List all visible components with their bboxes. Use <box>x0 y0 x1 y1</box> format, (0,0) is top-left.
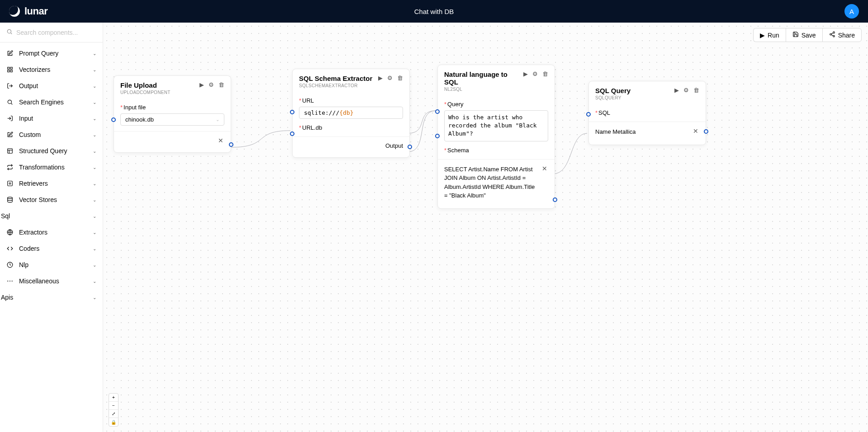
chevron-down-icon: ⌄ <box>93 132 96 137</box>
url-input[interactable]: sqlite:///{db} <box>299 107 403 119</box>
sidebar-item-custom[interactable]: Custom ⌄ <box>0 127 103 143</box>
chevron-down-icon: ⌄ <box>93 263 96 268</box>
node-sql-query[interactable]: SQL Query SQLQUERY ▶ ⚙ 🗑 *SQL Name Metal… <box>588 81 706 145</box>
trash-icon[interactable]: 🗑 <box>693 87 699 94</box>
svg-line-8 <box>11 103 13 105</box>
svg-rect-13 <box>8 181 13 186</box>
edit-icon <box>6 131 14 138</box>
globe-icon <box>6 229 14 235</box>
node-file-upload[interactable]: File Upload UPLOADCOMPONENT ▶ ⚙ 🗑 *Input… <box>114 75 231 153</box>
app-header: lunar Chat with DB A <box>0 0 868 23</box>
search-input[interactable] <box>16 29 96 36</box>
sidebar-item-sql[interactable]: Sql ⌄ <box>0 208 103 224</box>
svg-line-1 <box>11 33 12 34</box>
svg-point-0 <box>7 29 11 33</box>
node-sql-schema-extractor[interactable]: SQL Schema Extractor SQLSCHEMAEXTRACTOR … <box>292 69 410 158</box>
sidebar-item-output[interactable]: Output ⌄ <box>0 78 103 94</box>
trash-icon[interactable]: 🗑 <box>397 75 403 81</box>
zoom-in-button[interactable]: + <box>109 394 118 402</box>
sidebar-item-label: Transformations <box>19 164 87 171</box>
search-icon <box>6 99 14 105</box>
field-label: *Input file <box>120 104 224 111</box>
port-url-input[interactable] <box>290 110 294 114</box>
zoom-out-button[interactable]: − <box>109 402 118 410</box>
fit-view-button[interactable]: ⤢ <box>109 410 118 418</box>
field-label: *Query <box>444 101 548 108</box>
port-output[interactable] <box>229 142 233 147</box>
close-icon[interactable]: ✕ <box>692 127 699 135</box>
port-output[interactable] <box>553 197 557 202</box>
close-icon[interactable]: ✕ <box>541 165 548 172</box>
sidebar-item-apis[interactable]: Apis ⌄ <box>0 289 103 305</box>
port-query-input[interactable] <box>435 109 440 114</box>
sidebar-item-label: Retrievers <box>19 180 87 187</box>
svg-point-14 <box>9 183 11 184</box>
sidebar-item-nlp[interactable]: Nlp ⌄ <box>0 257 103 273</box>
sidebar-item-coders[interactable]: Coders ⌄ <box>0 240 103 257</box>
gear-icon[interactable]: ⚙ <box>683 87 689 94</box>
search-row <box>0 23 103 42</box>
run-button[interactable]: ▶ Run <box>753 28 786 42</box>
svg-rect-3 <box>10 67 12 69</box>
sidebar-item-transformations[interactable]: Transformations ⌄ <box>0 159 103 175</box>
sidebar-item-vectorizers[interactable]: Vectorizers ⌄ <box>0 61 103 78</box>
sidebar-item-label: Sql <box>1 212 87 220</box>
play-icon[interactable]: ▶ <box>199 81 204 88</box>
sidebar-item-label: Vectorizers <box>19 66 87 73</box>
input-file-select[interactable]: chinook.db ⌄ <box>120 113 224 126</box>
sidebar-item-search-engines[interactable]: Search Engines ⌄ <box>0 94 103 110</box>
code-icon <box>6 245 14 252</box>
sidebar-item-extractors[interactable]: Extractors ⌄ <box>0 224 103 240</box>
play-icon[interactable]: ▶ <box>674 87 679 94</box>
sidebar-item-vector-stores[interactable]: Vector Stores ⌄ <box>0 192 103 208</box>
chevron-down-icon: ⌄ <box>93 51 96 56</box>
share-icon <box>829 31 835 39</box>
input-icon <box>6 115 14 122</box>
sidebar-item-prompt-query[interactable]: Prompt Query ⌄ <box>0 45 103 61</box>
flow-canvas[interactable]: ▶ Run Save Share File Upload UPL <box>103 23 868 432</box>
chevron-down-icon: ⌄ <box>93 181 96 186</box>
port-output[interactable] <box>408 145 412 149</box>
output-icon <box>6 83 14 89</box>
port-schema-input[interactable] <box>435 134 440 138</box>
port-urldb-input[interactable] <box>290 131 294 136</box>
port-output[interactable] <box>704 129 708 134</box>
play-icon[interactable]: ▶ <box>378 75 383 81</box>
brand-logo: lunar <box>9 5 47 17</box>
share-label: Share <box>838 32 855 39</box>
sidebar-item-miscellaneous[interactable]: ⋯ Miscellaneous ⌄ <box>0 273 103 289</box>
chevron-down-icon: ⌄ <box>93 116 96 121</box>
save-button[interactable]: Save <box>786 28 822 42</box>
sidebar-list: Prompt Query ⌄ Vectorizers ⌄ Output ⌄ Se… <box>0 42 103 432</box>
zoom-controls: + − ⤢ 🔒 <box>109 393 119 427</box>
store-icon <box>6 197 14 203</box>
gear-icon[interactable]: ⚙ <box>387 75 393 81</box>
sidebar-item-label: Input <box>19 115 87 122</box>
port-sql-input[interactable] <box>586 112 591 117</box>
trash-icon[interactable]: 🗑 <box>542 70 548 77</box>
field-label: *URL <box>299 97 403 104</box>
trash-icon[interactable]: 🗑 <box>218 81 224 88</box>
avatar[interactable]: A <box>844 4 859 19</box>
chevron-down-icon: ⌄ <box>93 67 96 72</box>
lock-button[interactable]: 🔒 <box>109 418 118 426</box>
search-icon <box>6 28 13 36</box>
svg-point-19 <box>833 32 835 33</box>
node-nl2sql[interactable]: Natural language to SQL NL2SQL ▶ ⚙ 🗑 *Qu… <box>437 65 555 209</box>
svg-point-15 <box>8 197 13 199</box>
chevron-down-icon: ⌄ <box>93 246 96 251</box>
gear-icon[interactable]: ⚙ <box>532 70 538 77</box>
close-icon[interactable]: ✕ <box>217 137 224 144</box>
sidebar-item-retrievers[interactable]: Retrievers ⌄ <box>0 175 103 192</box>
chevron-down-icon: ⌄ <box>93 197 96 202</box>
sidebar-item-input[interactable]: Input ⌄ <box>0 110 103 127</box>
svg-rect-2 <box>8 67 9 69</box>
gear-icon[interactable]: ⚙ <box>209 81 214 88</box>
query-textarea[interactable]: Who is the artist who recorded the album… <box>444 110 548 141</box>
sidebar-item-label: Custom <box>19 131 87 138</box>
port-input[interactable] <box>111 117 116 122</box>
output-label: Output <box>299 141 403 151</box>
play-icon[interactable]: ▶ <box>523 70 528 77</box>
share-button[interactable]: Share <box>822 28 862 42</box>
sidebar-item-structured-query[interactable]: Structured Query ⌄ <box>0 143 103 159</box>
